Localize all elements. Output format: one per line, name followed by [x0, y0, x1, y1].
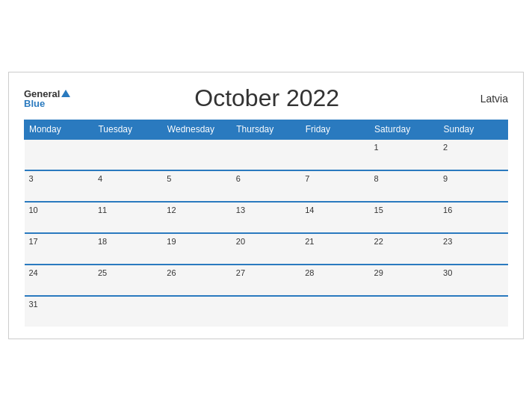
- calendar-cell: 25: [93, 265, 162, 296]
- day-number: 1: [374, 143, 379, 152]
- day-number: 24: [29, 268, 38, 277]
- calendar-cell: 4: [93, 170, 162, 202]
- calendar-cell: 30: [439, 265, 507, 296]
- day-number: 7: [305, 174, 309, 183]
- calendar-cell: 16: [439, 202, 507, 233]
- day-number: 2: [443, 143, 448, 152]
- calendar-cell: 24: [25, 265, 93, 296]
- day-number: 29: [374, 268, 383, 277]
- calendar-cell: 21: [300, 233, 369, 265]
- calendar-cell: 8: [370, 170, 439, 202]
- day-number: 28: [305, 268, 314, 277]
- day-number: 25: [98, 268, 107, 277]
- calendar-cell: [232, 139, 300, 170]
- day-number: 4: [98, 174, 102, 183]
- weekday-header-row: MondayTuesdayWednesdayThursdayFridaySatu…: [25, 120, 508, 140]
- logo-triangle-icon: [61, 90, 70, 97]
- calendar-cell: 22: [370, 233, 439, 265]
- calendar-cell: 7: [300, 170, 369, 202]
- day-number: 11: [98, 206, 107, 214]
- day-number: 31: [29, 300, 38, 309]
- day-number: 12: [167, 206, 176, 214]
- calendar-cell: 14: [300, 202, 369, 233]
- calendar-tbody: 1234567891011121314151617181920212223242…: [25, 139, 508, 327]
- calendar-cell: [439, 296, 507, 327]
- day-number: 14: [305, 206, 314, 214]
- day-number: 5: [167, 174, 171, 183]
- day-number: 19: [167, 237, 176, 246]
- calendar-cell: [93, 139, 162, 170]
- day-number: 18: [98, 237, 107, 246]
- week-row-0: 12: [25, 139, 508, 170]
- calendar-cell: 13: [232, 202, 300, 233]
- calendar-cell: 15: [370, 202, 439, 233]
- calendar-cell: [93, 296, 162, 327]
- calendar-cell: [25, 139, 93, 170]
- calendar-cell: 11: [93, 202, 162, 233]
- day-number: 30: [443, 268, 452, 277]
- day-number: 26: [167, 268, 176, 277]
- calendar-header: General Blue October 2022 Latvia: [24, 84, 508, 112]
- calendar-cell: 5: [162, 170, 231, 202]
- week-row-1: 3456789: [25, 170, 508, 202]
- day-number: 27: [236, 268, 245, 277]
- calendar-cell: [162, 139, 231, 170]
- day-number: 21: [305, 237, 314, 246]
- week-row-2: 10111213141516: [25, 202, 508, 233]
- country-label: Latvia: [463, 93, 508, 105]
- weekday-header-monday: Monday: [25, 120, 93, 140]
- day-number: 16: [443, 206, 452, 214]
- calendar-cell: 27: [232, 265, 300, 296]
- day-number: 22: [374, 237, 383, 246]
- day-number: 8: [374, 174, 379, 183]
- calendar-table: MondayTuesdayWednesdayThursdayFridaySatu…: [24, 120, 508, 327]
- calendar-cell: 9: [439, 170, 507, 202]
- calendar-cell: 28: [300, 265, 369, 296]
- calendar-cell: 19: [162, 233, 231, 265]
- day-number: 20: [236, 237, 245, 246]
- calendar-cell: [370, 296, 439, 327]
- calendar-cell: 12: [162, 202, 231, 233]
- calendar-title: October 2022: [70, 84, 463, 112]
- logo: General Blue: [24, 89, 70, 108]
- calendar-cell: 1: [370, 139, 439, 170]
- week-row-3: 17181920212223: [25, 233, 508, 265]
- calendar-cell: 6: [232, 170, 300, 202]
- calendar-cell: 10: [25, 202, 93, 233]
- calendar-cell: 26: [162, 265, 231, 296]
- weekday-header-sunday: Sunday: [439, 120, 507, 140]
- weekday-header-tuesday: Tuesday: [93, 120, 162, 140]
- calendar-cell: 18: [93, 233, 162, 265]
- calendar-thead: MondayTuesdayWednesdayThursdayFridaySatu…: [25, 120, 508, 140]
- calendar-cell: [162, 296, 231, 327]
- logo-general-text: General: [24, 89, 60, 99]
- calendar-cell: 17: [25, 233, 93, 265]
- day-number: 9: [443, 174, 448, 183]
- weekday-header-thursday: Thursday: [232, 120, 300, 140]
- calendar-cell: 31: [25, 296, 93, 327]
- calendar-cell: 29: [370, 265, 439, 296]
- day-number: 10: [29, 206, 38, 214]
- logo-blue-text: Blue: [24, 99, 45, 108]
- calendar-cell: 23: [439, 233, 507, 265]
- day-number: 23: [443, 237, 452, 246]
- calendar-cell: 20: [232, 233, 300, 265]
- calendar-cell: [300, 296, 369, 327]
- calendar-cell: [232, 296, 300, 327]
- week-row-4: 24252627282930: [25, 265, 508, 296]
- calendar-cell: 3: [25, 170, 93, 202]
- day-number: 15: [374, 206, 383, 214]
- day-number: 13: [236, 206, 245, 214]
- day-number: 17: [29, 237, 38, 246]
- day-number: 6: [236, 174, 241, 183]
- calendar: General Blue October 2022 Latvia MondayT…: [8, 72, 524, 339]
- weekday-header-saturday: Saturday: [370, 120, 439, 140]
- weekday-header-friday: Friday: [300, 120, 369, 140]
- calendar-cell: 2: [439, 139, 507, 170]
- weekday-header-wednesday: Wednesday: [162, 120, 231, 140]
- day-number: 3: [29, 174, 34, 183]
- week-row-5: 31: [25, 296, 508, 327]
- calendar-cell: [300, 139, 369, 170]
